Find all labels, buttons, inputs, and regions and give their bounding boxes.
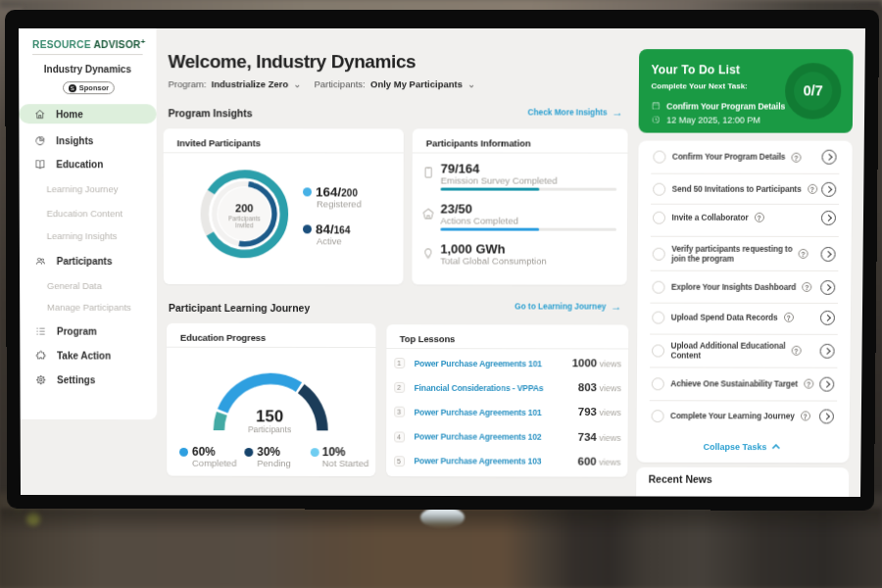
svg-text:Invited: Invited (235, 221, 254, 228)
svg-text:200: 200 (235, 202, 253, 214)
